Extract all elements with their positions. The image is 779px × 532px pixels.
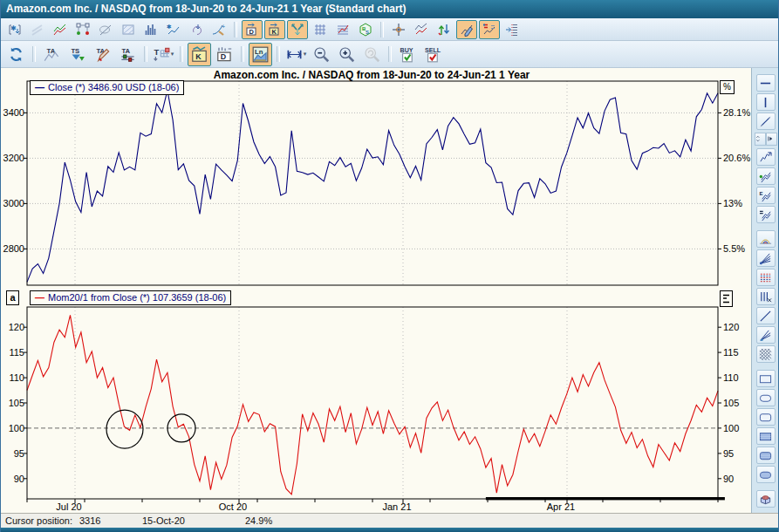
svg-text:115: 115 — [723, 347, 739, 358]
pitchfork-tool-button[interactable] — [756, 326, 776, 344]
cube-3d-tool-button[interactable] — [756, 490, 776, 508]
collapse-panel-icon — [755, 135, 764, 144]
window-bottom-edge — [1, 528, 779, 532]
vertical-lines-tool-button[interactable] — [756, 288, 776, 305]
vertical-lines-icon — [759, 290, 772, 304]
chart-title: Amazon.com Inc. / NASDAQ from 18-Jun-20 … — [1, 69, 742, 81]
momentum-series-legend[interactable]: —Mom20/1 from Close (*) 107.3659 (18-06) — [30, 290, 231, 305]
collapse-panel-button[interactable] — [755, 133, 766, 146]
momentum-legend-text: Mom20/1 from Close (*) 107.3659 (18-06) — [48, 292, 226, 303]
svg-text:Jan 21: Jan 21 — [382, 501, 411, 512]
ellipse-filled-tool-button[interactable] — [756, 466, 776, 483]
fibonacci-arcs-tool-button[interactable] — [756, 230, 776, 248]
rectangle-filled-tool-button[interactable] — [756, 427, 776, 445]
vertical-line-tool-button[interactable] — [756, 93, 776, 111]
ellipse-icon — [759, 392, 772, 405]
rounded-rectangle-icon — [759, 411, 772, 424]
svg-text:110: 110 — [723, 372, 739, 383]
svg-text:120: 120 — [723, 322, 739, 332]
regression-channel-icon — [759, 170, 772, 183]
cube-3d-icon — [759, 493, 772, 506]
fibonacci-grid-tool-button[interactable] — [756, 269, 776, 286]
fibonacci-grid-icon — [759, 271, 772, 284]
fan-lines-tool-button[interactable] — [756, 249, 776, 267]
horizontal-line-icon — [759, 77, 772, 90]
expand-panel-button[interactable] — [766, 133, 777, 146]
panel-properties-icon — [722, 294, 730, 304]
svg-text:95: 95 — [14, 448, 24, 459]
equidistant-channel-icon: E — [759, 189, 772, 202]
svg-text:5.5%: 5.5% — [723, 243, 745, 254]
trend-channel-icon — [759, 151, 772, 164]
svg-text:3200: 3200 — [3, 153, 24, 163]
svg-text:100: 100 — [9, 423, 24, 433]
trend-line-tool-button[interactable] — [756, 307, 776, 324]
svg-text:Jul 20: Jul 20 — [56, 501, 81, 512]
trend-line-icon — [759, 310, 772, 323]
rounded-rectangle-filled-tool-button[interactable] — [756, 447, 776, 464]
cursor-date-value: 15-Oct-20 — [142, 515, 185, 526]
fan-lines-icon — [759, 252, 772, 265]
pitchfork-icon — [759, 329, 772, 342]
svg-text:90: 90 — [723, 474, 734, 484]
svg-text:20.6%: 20.6% — [723, 153, 750, 163]
svg-text:105: 105 — [9, 398, 24, 408]
sidebar-mini-controls — [755, 133, 777, 146]
svg-text:E: E — [759, 189, 762, 195]
percent-scale-button[interactable]: % — [720, 80, 735, 94]
trend-channel-tool-button[interactable] — [756, 148, 776, 166]
svg-text:Apr 21: Apr 21 — [547, 501, 575, 512]
cursor-percent-value: 24.9% — [245, 515, 272, 526]
rectangle-filled-icon — [759, 430, 772, 443]
vertical-line-icon — [759, 96, 772, 109]
status-bar: Cursor position: 3316 15-Oct-20 24.9% — [1, 513, 779, 529]
panel-annotation-button[interactable]: a — [6, 290, 19, 305]
crosshatch-area-tool-button[interactable] — [756, 345, 776, 363]
svg-text:120: 120 — [9, 322, 24, 332]
expand-panel-icon — [767, 135, 776, 144]
crosshatch-area-icon — [759, 348, 772, 361]
rounded-rectangle-filled-icon — [759, 449, 772, 462]
close-series-legend[interactable]: —Close (*) 3486.90 USD (18-06) — [30, 80, 184, 95]
application-window: Amazon.com Inc. / NASDAQ from 18-Jun-20 … — [0, 0, 779, 532]
svg-text:3400: 3400 — [3, 107, 24, 118]
horizontal-line-tool-button[interactable] — [756, 74, 776, 92]
parallel-lines-tool-button[interactable] — [756, 206, 776, 223]
svg-text:Oct 20: Oct 20 — [219, 501, 247, 512]
svg-text:28.1%: 28.1% — [723, 107, 750, 118]
regression-channel-tool-button[interactable] — [756, 167, 776, 185]
rectangle-tool-button[interactable] — [756, 370, 776, 387]
rectangle-icon — [759, 372, 772, 385]
diagonal-line-tool-button[interactable] — [756, 113, 776, 130]
diagonal-line-icon — [759, 115, 772, 128]
svg-text:3000: 3000 — [3, 198, 24, 208]
equidistant-channel-tool-button[interactable]: E — [756, 187, 776, 204]
svg-text:105: 105 — [723, 398, 739, 408]
fibonacci-arcs-icon — [759, 233, 772, 246]
svg-text:90: 90 — [14, 474, 24, 484]
momentum-line-marker: — — [35, 292, 44, 303]
ellipse-filled-icon — [759, 468, 772, 481]
close-legend-text: Close (*) 3486.90 USD (18-06) — [48, 82, 179, 92]
rounded-rectangle-tool-button[interactable] — [756, 408, 776, 426]
svg-text:100: 100 — [723, 423, 739, 433]
svg-text:13%: 13% — [723, 198, 742, 208]
svg-text:95: 95 — [723, 448, 734, 459]
panel-properties-button[interactable] — [720, 290, 733, 307]
svg-text:2800: 2800 — [3, 243, 24, 254]
cursor-position-value: 3316 — [79, 515, 100, 526]
cursor-position-label: Cursor position: — [5, 515, 72, 526]
drawing-tools-sidebar: E — [751, 68, 779, 528]
svg-text:115: 115 — [9, 347, 24, 358]
close-line-marker: — — [35, 82, 44, 92]
ellipse-tool-button[interactable] — [756, 389, 776, 406]
parallel-lines-icon — [759, 208, 772, 222]
svg-text:110: 110 — [9, 372, 24, 383]
